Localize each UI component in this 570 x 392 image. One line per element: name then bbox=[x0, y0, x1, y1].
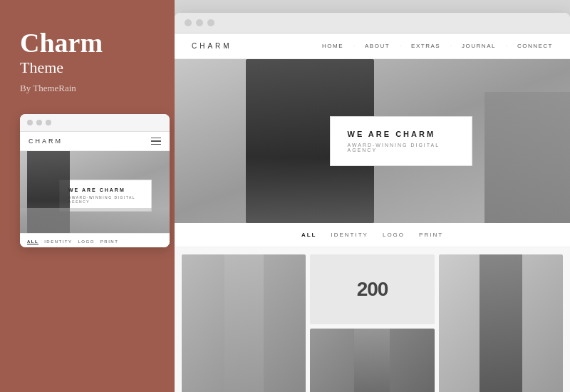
mobile-titlebar bbox=[20, 114, 170, 132]
mobile-preview-card: CHARM WE ARE CHARM AWARD-WINNING DIGITAL… bbox=[20, 114, 170, 248]
desktop-hero-title: WE ARE CHARM bbox=[348, 130, 455, 138]
desktop-nav-about[interactable]: ABOUT bbox=[365, 43, 390, 49]
grid-item-face bbox=[182, 254, 306, 392]
desktop-hero: WE ARE CHARM AWARD-WINNING DIGITAL AGENC… bbox=[175, 59, 570, 223]
grid-figure-5 bbox=[480, 254, 522, 392]
desktop-filter-identity[interactable]: IDENTITY bbox=[331, 232, 368, 238]
desktop-hero-box: WE ARE CHARM AWARD-WINNING DIGITAL AGENC… bbox=[330, 116, 472, 166]
mobile-filter-print[interactable]: PRINT bbox=[100, 239, 119, 244]
mobile-figure-bottom bbox=[20, 208, 170, 233]
desktop-nav-home[interactable]: HOME bbox=[322, 43, 343, 49]
grid-figure-1 bbox=[224, 254, 264, 392]
theme-subtitle: Theme bbox=[20, 58, 63, 77]
desktop-nav-journal[interactable]: JOURNAL bbox=[462, 43, 496, 49]
desktop-nav-connect[interactable]: CONNECT bbox=[517, 43, 553, 49]
desktop-nav-extras[interactable]: EXTRAS bbox=[411, 43, 440, 49]
grid-item-number: 200 bbox=[310, 254, 434, 324]
hamburger-line-2 bbox=[151, 140, 161, 142]
mobile-card-inner: CHARM WE ARE CHARM AWARD-WINNING DIGITAL… bbox=[20, 132, 170, 248]
grid-col-3 bbox=[439, 254, 563, 392]
hamburger-line-3 bbox=[151, 144, 161, 145]
grid-col-2: 200 bbox=[310, 254, 434, 392]
desktop-nav: CHARM HOME · ABOUT · EXTRAS · JOURNAL · … bbox=[175, 33, 570, 59]
hamburger-line-1 bbox=[151, 138, 161, 139]
right-panel: CHARM HOME · ABOUT · EXTRAS · JOURNAL · … bbox=[175, 0, 570, 392]
desktop-logo: CHARM bbox=[192, 42, 232, 50]
sep-3: · bbox=[450, 43, 452, 49]
mobile-filter-identity[interactable]: IDENTITY bbox=[44, 239, 72, 244]
mobile-hero-title: WE ARE CHARM bbox=[68, 187, 142, 192]
left-panel: Charm Theme By ThemeRain CHARM WE ARE CH… bbox=[0, 0, 175, 392]
desktop-content: CHARM HOME · ABOUT · EXTRAS · JOURNAL · … bbox=[175, 33, 570, 392]
desktop-preview-card: CHARM HOME · ABOUT · EXTRAS · JOURNAL · … bbox=[175, 13, 570, 392]
sep-4: · bbox=[506, 43, 507, 49]
grid-col-1 bbox=[182, 254, 306, 392]
theme-title: Charm bbox=[20, 29, 103, 58]
desktop-filter-all[interactable]: ALL bbox=[301, 232, 317, 238]
mobile-hero-box: WE ARE CHARM AWARD-WINNING DIGITAL AGENC… bbox=[59, 180, 152, 212]
desktop-filter-row: ALL IDENTITY LOGO PRINT bbox=[175, 223, 570, 247]
dot-1 bbox=[27, 120, 33, 125]
desktop-portfolio: ALL IDENTITY LOGO PRINT 200 bbox=[175, 223, 570, 392]
grid-item-dark-portrait bbox=[439, 254, 563, 392]
mobile-hero-sub: AWARD-WINNING DIGITAL AGENCY bbox=[68, 195, 142, 204]
desktop-dot-3 bbox=[207, 19, 214, 26]
desktop-hero-figure2 bbox=[484, 92, 570, 223]
desktop-dot-2 bbox=[196, 19, 203, 26]
mobile-filter-row: ALL IDENTITY LOGO PRINT bbox=[20, 233, 170, 247]
grid-number: 200 bbox=[357, 278, 388, 301]
desktop-titlebar bbox=[175, 13, 570, 33]
dot-3 bbox=[46, 120, 51, 125]
grid-item-portrait-small bbox=[310, 329, 434, 393]
theme-author: By ThemeRain bbox=[20, 83, 76, 94]
desktop-filter-print[interactable]: PRINT bbox=[419, 232, 443, 238]
desktop-filter-logo[interactable]: LOGO bbox=[383, 232, 405, 238]
desktop-nav-links: HOME · ABOUT · EXTRAS · JOURNAL · CONNEC… bbox=[322, 43, 553, 49]
sep-2: · bbox=[400, 43, 401, 49]
mobile-nav: CHARM bbox=[20, 132, 170, 152]
sep-1: · bbox=[353, 43, 355, 49]
mobile-hero: WE ARE CHARM AWARD-WINNING DIGITAL AGENC… bbox=[20, 151, 170, 233]
mobile-logo: CHARM bbox=[28, 138, 63, 145]
dot-2 bbox=[36, 120, 42, 125]
desktop-dot-1 bbox=[185, 19, 192, 26]
mobile-filter-logo[interactable]: LOGO bbox=[78, 239, 95, 244]
mobile-filter-all[interactable]: ALL bbox=[27, 239, 38, 244]
grid-figure-4 bbox=[354, 329, 390, 393]
desktop-hero-sub: AWARD-WINNING DIGITAL AGENCY bbox=[348, 143, 455, 153]
desktop-grid: 200 bbox=[175, 247, 570, 392]
hamburger-icon[interactable] bbox=[151, 138, 161, 145]
